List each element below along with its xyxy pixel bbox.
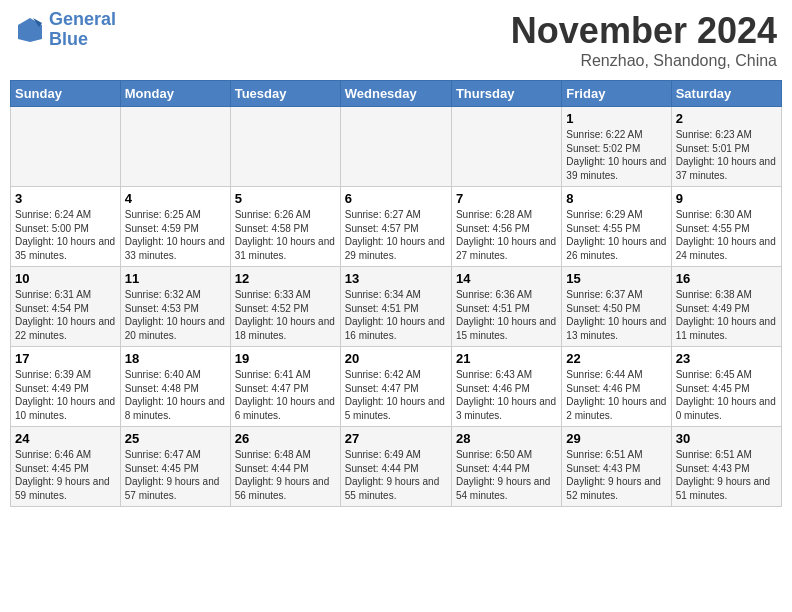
calendar-cell [120, 107, 230, 187]
calendar-cell [451, 107, 561, 187]
day-number: 9 [676, 191, 777, 206]
day-number: 2 [676, 111, 777, 126]
calendar-cell: 10Sunrise: 6:31 AM Sunset: 4:54 PM Dayli… [11, 267, 121, 347]
day-number: 12 [235, 271, 336, 286]
weekday-header-row: SundayMondayTuesdayWednesdayThursdayFrid… [11, 81, 782, 107]
day-info: Sunrise: 6:32 AM Sunset: 4:53 PM Dayligh… [125, 288, 226, 342]
day-info: Sunrise: 6:39 AM Sunset: 4:49 PM Dayligh… [15, 368, 116, 422]
day-info: Sunrise: 6:51 AM Sunset: 4:43 PM Dayligh… [676, 448, 777, 502]
day-number: 14 [456, 271, 557, 286]
day-number: 1 [566, 111, 666, 126]
calendar-cell: 14Sunrise: 6:36 AM Sunset: 4:51 PM Dayli… [451, 267, 561, 347]
calendar-cell [340, 107, 451, 187]
calendar-cell: 23Sunrise: 6:45 AM Sunset: 4:45 PM Dayli… [671, 347, 781, 427]
calendar-cell: 28Sunrise: 6:50 AM Sunset: 4:44 PM Dayli… [451, 427, 561, 507]
day-number: 26 [235, 431, 336, 446]
calendar-cell [230, 107, 340, 187]
day-number: 23 [676, 351, 777, 366]
calendar-table: SundayMondayTuesdayWednesdayThursdayFrid… [10, 80, 782, 507]
day-info: Sunrise: 6:41 AM Sunset: 4:47 PM Dayligh… [235, 368, 336, 422]
calendar-week-1: 1Sunrise: 6:22 AM Sunset: 5:02 PM Daylig… [11, 107, 782, 187]
day-info: Sunrise: 6:27 AM Sunset: 4:57 PM Dayligh… [345, 208, 447, 262]
day-info: Sunrise: 6:46 AM Sunset: 4:45 PM Dayligh… [15, 448, 116, 502]
calendar-cell: 5Sunrise: 6:26 AM Sunset: 4:58 PM Daylig… [230, 187, 340, 267]
day-number: 21 [456, 351, 557, 366]
calendar-cell: 22Sunrise: 6:44 AM Sunset: 4:46 PM Dayli… [562, 347, 671, 427]
location: Renzhao, Shandong, China [511, 52, 777, 70]
calendar-cell: 27Sunrise: 6:49 AM Sunset: 4:44 PM Dayli… [340, 427, 451, 507]
day-info: Sunrise: 6:49 AM Sunset: 4:44 PM Dayligh… [345, 448, 447, 502]
day-number: 19 [235, 351, 336, 366]
day-info: Sunrise: 6:34 AM Sunset: 4:51 PM Dayligh… [345, 288, 447, 342]
day-number: 5 [235, 191, 336, 206]
calendar-cell: 17Sunrise: 6:39 AM Sunset: 4:49 PM Dayli… [11, 347, 121, 427]
day-number: 24 [15, 431, 116, 446]
day-info: Sunrise: 6:31 AM Sunset: 4:54 PM Dayligh… [15, 288, 116, 342]
weekday-header-wednesday: Wednesday [340, 81, 451, 107]
calendar-cell: 15Sunrise: 6:37 AM Sunset: 4:50 PM Dayli… [562, 267, 671, 347]
day-number: 6 [345, 191, 447, 206]
day-number: 4 [125, 191, 226, 206]
month-title: November 2024 [511, 10, 777, 52]
calendar-cell: 26Sunrise: 6:48 AM Sunset: 4:44 PM Dayli… [230, 427, 340, 507]
day-info: Sunrise: 6:42 AM Sunset: 4:47 PM Dayligh… [345, 368, 447, 422]
calendar-cell: 4Sunrise: 6:25 AM Sunset: 4:59 PM Daylig… [120, 187, 230, 267]
calendar-cell: 18Sunrise: 6:40 AM Sunset: 4:48 PM Dayli… [120, 347, 230, 427]
calendar-cell: 13Sunrise: 6:34 AM Sunset: 4:51 PM Dayli… [340, 267, 451, 347]
title-block: November 2024 Renzhao, Shandong, China [511, 10, 777, 70]
weekday-header-thursday: Thursday [451, 81, 561, 107]
day-info: Sunrise: 6:22 AM Sunset: 5:02 PM Dayligh… [566, 128, 666, 182]
calendar-week-3: 10Sunrise: 6:31 AM Sunset: 4:54 PM Dayli… [11, 267, 782, 347]
calendar-cell: 29Sunrise: 6:51 AM Sunset: 4:43 PM Dayli… [562, 427, 671, 507]
day-info: Sunrise: 6:48 AM Sunset: 4:44 PM Dayligh… [235, 448, 336, 502]
logo-line1: General [49, 9, 116, 29]
day-number: 17 [15, 351, 116, 366]
calendar-cell: 24Sunrise: 6:46 AM Sunset: 4:45 PM Dayli… [11, 427, 121, 507]
weekday-header-monday: Monday [120, 81, 230, 107]
calendar-cell: 8Sunrise: 6:29 AM Sunset: 4:55 PM Daylig… [562, 187, 671, 267]
day-number: 15 [566, 271, 666, 286]
day-info: Sunrise: 6:44 AM Sunset: 4:46 PM Dayligh… [566, 368, 666, 422]
day-number: 10 [15, 271, 116, 286]
day-info: Sunrise: 6:47 AM Sunset: 4:45 PM Dayligh… [125, 448, 226, 502]
weekday-header-sunday: Sunday [11, 81, 121, 107]
calendar-cell: 1Sunrise: 6:22 AM Sunset: 5:02 PM Daylig… [562, 107, 671, 187]
day-info: Sunrise: 6:40 AM Sunset: 4:48 PM Dayligh… [125, 368, 226, 422]
day-info: Sunrise: 6:23 AM Sunset: 5:01 PM Dayligh… [676, 128, 777, 182]
page-header: General Blue November 2024 Renzhao, Shan… [10, 10, 782, 70]
day-info: Sunrise: 6:33 AM Sunset: 4:52 PM Dayligh… [235, 288, 336, 342]
day-info: Sunrise: 6:29 AM Sunset: 4:55 PM Dayligh… [566, 208, 666, 262]
day-number: 7 [456, 191, 557, 206]
day-number: 3 [15, 191, 116, 206]
day-number: 22 [566, 351, 666, 366]
calendar-week-5: 24Sunrise: 6:46 AM Sunset: 4:45 PM Dayli… [11, 427, 782, 507]
day-info: Sunrise: 6:28 AM Sunset: 4:56 PM Dayligh… [456, 208, 557, 262]
calendar-cell: 19Sunrise: 6:41 AM Sunset: 4:47 PM Dayli… [230, 347, 340, 427]
day-number: 13 [345, 271, 447, 286]
calendar-cell: 9Sunrise: 6:30 AM Sunset: 4:55 PM Daylig… [671, 187, 781, 267]
logo: General Blue [15, 10, 116, 50]
day-info: Sunrise: 6:38 AM Sunset: 4:49 PM Dayligh… [676, 288, 777, 342]
calendar-cell: 25Sunrise: 6:47 AM Sunset: 4:45 PM Dayli… [120, 427, 230, 507]
calendar-cell: 11Sunrise: 6:32 AM Sunset: 4:53 PM Dayli… [120, 267, 230, 347]
day-number: 8 [566, 191, 666, 206]
day-info: Sunrise: 6:50 AM Sunset: 4:44 PM Dayligh… [456, 448, 557, 502]
calendar-cell: 30Sunrise: 6:51 AM Sunset: 4:43 PM Dayli… [671, 427, 781, 507]
logo-icon [15, 15, 45, 45]
day-number: 30 [676, 431, 777, 446]
day-number: 18 [125, 351, 226, 366]
day-info: Sunrise: 6:24 AM Sunset: 5:00 PM Dayligh… [15, 208, 116, 262]
logo-line2: Blue [49, 29, 88, 49]
day-number: 25 [125, 431, 226, 446]
day-info: Sunrise: 6:45 AM Sunset: 4:45 PM Dayligh… [676, 368, 777, 422]
calendar-cell: 21Sunrise: 6:43 AM Sunset: 4:46 PM Dayli… [451, 347, 561, 427]
day-info: Sunrise: 6:25 AM Sunset: 4:59 PM Dayligh… [125, 208, 226, 262]
day-number: 20 [345, 351, 447, 366]
calendar-week-2: 3Sunrise: 6:24 AM Sunset: 5:00 PM Daylig… [11, 187, 782, 267]
day-number: 11 [125, 271, 226, 286]
calendar-cell: 20Sunrise: 6:42 AM Sunset: 4:47 PM Dayli… [340, 347, 451, 427]
calendar-cell [11, 107, 121, 187]
day-number: 16 [676, 271, 777, 286]
day-info: Sunrise: 6:51 AM Sunset: 4:43 PM Dayligh… [566, 448, 666, 502]
calendar-cell: 7Sunrise: 6:28 AM Sunset: 4:56 PM Daylig… [451, 187, 561, 267]
